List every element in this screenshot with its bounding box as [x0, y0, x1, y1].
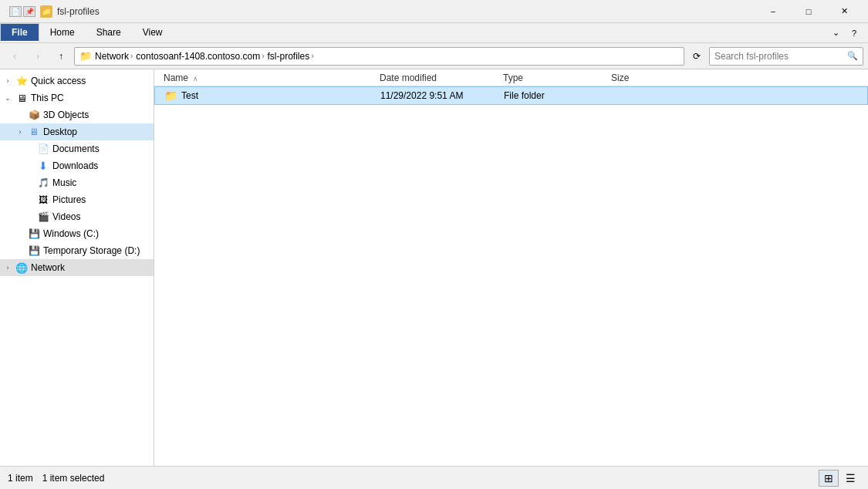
file-type: File folder [504, 90, 612, 101]
minimize-button[interactable]: − [755, 0, 791, 23]
search-icon: 🔍 [847, 51, 858, 61]
view-btn-grid[interactable]: ⊞ [819, 470, 839, 487]
close-button[interactable]: ✕ [826, 0, 862, 23]
addr-arrow-3: › [311, 52, 313, 60]
sidebar-item-documents[interactable]: › 📄 Documents [0, 140, 154, 157]
sidebar-item-videos[interactable]: › 🎬 Videos [0, 208, 154, 225]
addr-segment-network-label: Network [95, 51, 129, 62]
content-area: Name ∧ Date modified Type Size 📁 Test 11… [154, 69, 868, 466]
sidebar-label-videos: Videos [52, 211, 80, 222]
addr-segment-server-label: contosoanf-1408.contoso.com [136, 51, 260, 62]
main-area: › ⭐ Quick access ⌄ 🖥 This PC › 📦 3D Obje… [0, 69, 868, 466]
col-header-modified[interactable]: Date modified [380, 73, 503, 83]
sidebar-label-pictures: Pictures [52, 194, 86, 205]
toolbar-area: ‹ › ↑ 📁 Network › contosoanf-1408.contos… [0, 43, 868, 69]
title-bar-controls: 📄 📌 [9, 6, 35, 17]
sidebar-label-downloads: Downloads [52, 160, 98, 171]
maximize-button[interactable]: □ [791, 0, 826, 23]
sidebar-label-windows-c: Windows (C:) [43, 228, 99, 239]
pictures-icon: 🖼 [37, 194, 49, 206]
addr-arrow-2: › [262, 52, 264, 60]
col-type-label: Type [503, 73, 523, 83]
music-icon: 🎵 [37, 177, 49, 189]
network-icon: 🌐 [15, 261, 28, 274]
sidebar-item-music[interactable]: › 🎵 Music [0, 174, 154, 191]
selected-count: 1 item selected [42, 473, 105, 484]
col-header-type[interactable]: Type [503, 73, 611, 83]
tb-ctrl-pin[interactable]: 📌 [23, 6, 35, 17]
sidebar-label-network: Network [31, 262, 65, 273]
file-list: 📁 Test 11/29/2022 9:51 AM File folder [154, 86, 868, 466]
addr-segment-fsl-label: fsl-profiles [267, 51, 309, 62]
sidebar-item-this-pc[interactable]: ⌄ 🖥 This PC [0, 89, 154, 106]
chevron-this-pc: ⌄ [3, 93, 12, 103]
ribbon-tabs: File Home Share View ⌄ ? [0, 23, 868, 43]
column-headers: Name ∧ Date modified Type Size [154, 69, 868, 86]
3d-objects-icon: 📦 [28, 109, 40, 121]
sidebar-label-temp-storage: Temporary Storage (D:) [43, 245, 140, 256]
sidebar-item-pictures[interactable]: › 🖼 Pictures [0, 191, 154, 208]
sidebar-label-music: Music [52, 177, 76, 188]
window-title: fsl-profiles [57, 6, 100, 17]
table-row[interactable]: 📁 Test 11/29/2022 9:51 AM File folder [154, 86, 868, 105]
col-header-size[interactable]: Size [611, 73, 688, 83]
up-button[interactable]: ↑ [51, 47, 71, 66]
search-input[interactable] [714, 51, 844, 62]
sidebar-item-desktop[interactable]: › 🖥 Desktop [0, 123, 154, 140]
ribbon-right: ⌄ ? [828, 23, 868, 42]
view-btn-list[interactable]: ☰ [840, 470, 860, 487]
sidebar-label-3d-objects: 3D Objects [43, 110, 89, 120]
tab-file[interactable]: File [0, 23, 39, 42]
title-bar: 📄 📌 📁 fsl-profiles − □ ✕ [0, 0, 868, 23]
refresh-button[interactable]: ⟳ [687, 47, 706, 66]
file-modified: 11/29/2022 9:51 AM [380, 90, 504, 101]
desktop-icon: 🖥 [28, 126, 40, 138]
col-size-label: Size [611, 73, 629, 83]
chevron-network: › [3, 263, 12, 272]
ribbon-tab-area: File Home Share View [0, 23, 828, 42]
addr-arrow-1: › [130, 52, 133, 60]
quick-access-icon: ⭐ [15, 75, 28, 87]
sort-arrow: ∧ [193, 75, 198, 83]
col-name-label: Name [164, 73, 188, 83]
addr-segment-network[interactable]: Network › [95, 51, 133, 62]
sidebar-label-documents: Documents [52, 143, 100, 154]
forward-button[interactable]: › [28, 47, 48, 66]
status-left: 1 item 1 item selected [8, 473, 104, 484]
status-bar: 1 item 1 item selected ⊞ ☰ [0, 466, 868, 489]
help-button[interactable]: ? [846, 25, 862, 41]
sidebar: › ⭐ Quick access ⌄ 🖥 This PC › 📦 3D Obje… [0, 69, 154, 466]
window-controls: − □ ✕ [755, 0, 862, 23]
tb-ctrl-sheet[interactable]: 📄 [9, 6, 22, 17]
file-name: Test [181, 90, 380, 101]
sidebar-item-temp-storage[interactable]: › 💾 Temporary Storage (D:) [0, 242, 154, 259]
this-pc-icon: 🖥 [15, 92, 28, 104]
sidebar-item-3d-objects[interactable]: › 📦 3D Objects [0, 106, 154, 123]
tab-view[interactable]: View [132, 23, 174, 42]
col-header-name[interactable]: Name ∧ [164, 73, 380, 83]
documents-icon: 📄 [37, 143, 49, 155]
address-bar[interactable]: 📁 Network › contosoanf-1408.contoso.com … [74, 47, 684, 66]
addr-segment-fsl[interactable]: fsl-profiles › [267, 51, 313, 62]
addr-folder-icon: 📁 [79, 50, 92, 62]
videos-icon: 🎬 [37, 211, 49, 223]
app-icon: 📁 [40, 5, 52, 18]
sidebar-item-downloads[interactable]: › ⬇ Downloads [0, 157, 154, 174]
title-bar-left: 📄 📌 📁 fsl-profiles [6, 5, 100, 18]
temp-storage-icon: 💾 [28, 244, 40, 257]
tab-home[interactable]: Home [39, 23, 86, 42]
back-button[interactable]: ‹ [5, 47, 25, 66]
col-modified-label: Date modified [380, 73, 437, 83]
search-box[interactable]: 🔍 [709, 47, 863, 66]
tab-share[interactable]: Share [86, 23, 132, 42]
sidebar-item-quick-access[interactable]: › ⭐ Quick access [0, 73, 154, 89]
sidebar-label-this-pc: This PC [31, 93, 64, 103]
ribbon-expand-btn[interactable]: ⌄ [828, 25, 843, 41]
sidebar-item-network[interactable]: › 🌐 Network [0, 259, 154, 276]
chevron-desktop: › [15, 127, 25, 137]
folder-icon: 📁 [164, 89, 177, 102]
addr-segment-server[interactable]: contosoanf-1408.contoso.com › [136, 51, 264, 62]
sidebar-item-windows-c[interactable]: › 💾 Windows (C:) [0, 225, 154, 242]
downloads-icon: ⬇ [37, 160, 49, 172]
item-count: 1 item [8, 473, 33, 484]
